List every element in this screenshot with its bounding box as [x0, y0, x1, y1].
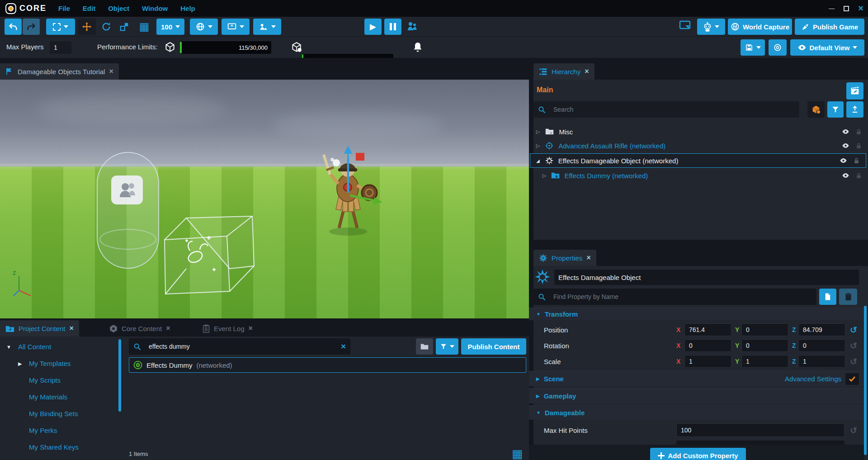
- content-item-effects-dummy[interactable]: Effects Dummy (networked): [129, 357, 526, 373]
- cinematic-capture-button[interactable]: [846, 82, 863, 100]
- menu-object[interactable]: Object: [108, 5, 129, 12]
- tab-event-log[interactable]: Event Log ×: [197, 320, 258, 337]
- hierarchy-search-input[interactable]: [549, 106, 795, 113]
- publish-game-button[interactable]: Publish Game: [795, 19, 864, 35]
- section-scene[interactable]: ▶ Scene Advanced Settings: [529, 371, 864, 386]
- object-name-input[interactable]: [554, 270, 859, 285]
- lock-icon[interactable]: [856, 142, 862, 149]
- close-icon[interactable]: ×: [109, 67, 113, 76]
- terrain-dropdown[interactable]: [253, 19, 281, 35]
- position-z-input[interactable]: [798, 323, 845, 336]
- open-folder-button[interactable]: [416, 338, 433, 355]
- scale-y-input[interactable]: [741, 355, 788, 368]
- menu-edit[interactable]: Edit: [83, 5, 95, 12]
- sidebar-scrollbar[interactable]: [118, 339, 121, 412]
- scale-z-input[interactable]: [798, 355, 845, 368]
- visibility-eye-icon[interactable]: [842, 143, 849, 148]
- restore-icon[interactable]: [844, 6, 849, 11]
- rotate-tool-button[interactable]: [98, 19, 115, 35]
- position-x-input[interactable]: [684, 323, 731, 336]
- hierarchy-filter-button[interactable]: [827, 101, 844, 118]
- trigger-capsule[interactable]: [97, 152, 159, 269]
- tab-project-content[interactable]: Project Content ×: [0, 320, 79, 337]
- max-hit-points-input[interactable]: [676, 423, 844, 437]
- bot-assistant-dropdown[interactable]: [697, 19, 725, 35]
- lock-icon[interactable]: [856, 128, 862, 135]
- section-damageable[interactable]: ▼ Damageable: [529, 405, 864, 420]
- sidebar-item-all-content[interactable]: All Content: [18, 343, 51, 351]
- tab-properties[interactable]: Properties ×: [533, 250, 596, 266]
- scale-tool-button[interactable]: [116, 19, 133, 35]
- visibility-eye-icon[interactable]: [842, 129, 849, 134]
- menu-window[interactable]: Window: [142, 5, 168, 12]
- collapsed-arrow-icon[interactable]: ▷: [536, 143, 540, 149]
- target-help-button[interactable]: [769, 39, 787, 56]
- redo-button[interactable]: [23, 19, 40, 35]
- stream-to-device-button[interactable]: [679, 20, 691, 32]
- close-icon[interactable]: ×: [585, 67, 589, 76]
- play-button[interactable]: ▶: [364, 19, 382, 35]
- collapsed-arrow-icon[interactable]: ▷: [542, 173, 546, 179]
- expand-arrow-icon[interactable]: ▼: [6, 344, 11, 350]
- paste-properties-button[interactable]: [839, 289, 857, 305]
- content-filter-dropdown[interactable]: [436, 338, 458, 355]
- multiplayer-preview-button[interactable]: [406, 20, 419, 33]
- reset-rotation-icon[interactable]: ↺: [850, 341, 857, 350]
- find-property-input[interactable]: [549, 293, 812, 300]
- copy-properties-button[interactable]: [819, 289, 836, 305]
- reset-max-hit-points-icon[interactable]: ↺: [850, 426, 857, 435]
- advanced-settings-checkbox[interactable]: [845, 373, 859, 385]
- dummy-character[interactable]: [312, 138, 389, 242]
- world-dropdown[interactable]: [190, 19, 218, 35]
- networked-context-button[interactable]: [807, 101, 825, 118]
- default-view-dropdown[interactable]: Default View: [790, 39, 864, 56]
- section-transform[interactable]: ▼ Transform: [529, 308, 864, 320]
- reset-scale-icon[interactable]: ↺: [850, 357, 857, 366]
- sidebar-item-my-perks[interactable]: My Perks: [29, 427, 57, 434]
- collapse-arrow-icon[interactable]: ▶: [18, 361, 22, 367]
- world-capture-button[interactable]: World Capture: [728, 19, 792, 35]
- close-icon[interactable]: ×: [858, 3, 863, 14]
- sidebar-item-my-shared-keys[interactable]: My Shared Keys: [29, 443, 79, 451]
- pause-button[interactable]: [384, 19, 401, 35]
- minimize-icon[interactable]: —: [829, 5, 835, 12]
- rotation-z-input[interactable]: [798, 339, 845, 352]
- collapsed-arrow-icon[interactable]: ▷: [536, 129, 540, 135]
- menu-file[interactable]: File: [58, 5, 70, 12]
- menu-help[interactable]: Help: [180, 5, 195, 12]
- content-search-input[interactable]: [145, 343, 337, 350]
- close-icon[interactable]: ×: [166, 324, 170, 332]
- grid-size-dropdown[interactable]: 100: [156, 19, 184, 35]
- max-players-input[interactable]: [50, 41, 71, 54]
- close-icon[interactable]: ×: [69, 324, 73, 332]
- selection-mode-button[interactable]: [46, 19, 75, 35]
- visibility-eye-icon[interactable]: [840, 158, 847, 163]
- expanded-arrow-icon[interactable]: ◢: [536, 158, 540, 163]
- sidebar-item-my-binding-sets[interactable]: My Binding Sets: [29, 410, 78, 417]
- lock-icon[interactable]: [854, 157, 859, 164]
- rotation-x-input[interactable]: [684, 339, 731, 352]
- undo-button[interactable]: [5, 19, 22, 35]
- visibility-eye-icon[interactable]: [842, 173, 849, 178]
- position-y-input[interactable]: [741, 323, 788, 336]
- tab-core-content[interactable]: Core Content ×: [104, 320, 176, 337]
- lock-icon[interactable]: [856, 172, 862, 179]
- tree-row-misc[interactable]: ▷ Misc: [529, 125, 868, 138]
- viewport-3d-scene[interactable]: Z: [0, 80, 529, 318]
- tree-row-advanced-assault-rifle[interactable]: ▷ Advanced Assault Rifle (networked): [529, 139, 868, 152]
- snap-grid-button[interactable]: ▦: [136, 19, 153, 35]
- sidebar-item-my-materials[interactable]: My Materials: [29, 393, 67, 401]
- add-custom-property-button[interactable]: Add Custom Property: [650, 448, 746, 460]
- rotation-y-input[interactable]: [741, 339, 788, 352]
- sidebar-item-my-scripts[interactable]: My Scripts: [29, 376, 61, 384]
- tab-hierarchy[interactable]: Hierarchy ×: [533, 63, 594, 80]
- close-icon[interactable]: ×: [586, 254, 590, 262]
- tree-row-effects-damageable-object[interactable]: ◢ Effects Damageable Object (networked): [530, 153, 866, 168]
- clear-search-icon[interactable]: ×: [341, 341, 346, 351]
- hierarchy-export-button[interactable]: [846, 101, 863, 118]
- grid-view-icon[interactable]: ▦: [512, 448, 523, 460]
- tree-row-effects-dummy[interactable]: ▷ Effects Dummy (networked): [529, 169, 868, 182]
- save-dropdown-button[interactable]: [741, 39, 765, 56]
- scale-x-input[interactable]: [684, 355, 731, 368]
- sidebar-item-my-templates[interactable]: My Templates: [29, 360, 71, 367]
